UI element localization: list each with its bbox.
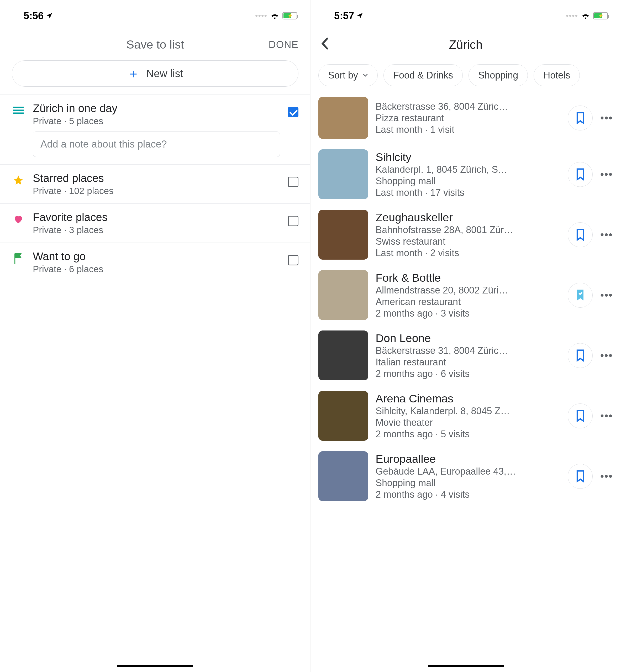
new-list-button[interactable]: ＋ New list <box>12 60 298 87</box>
place-info: Arena CinemasSihlcity, Kalanderpl. 8, 80… <box>376 392 561 440</box>
place-visit-info: Last month · 2 visits <box>376 248 561 259</box>
place-row[interactable]: Don LeoneBäckerstrasse 31, 8004 Züric…It… <box>310 325 621 386</box>
battery-icon: ⚡ <box>282 12 297 19</box>
bookmark-button[interactable] <box>568 343 593 368</box>
more-button[interactable]: ••• <box>600 112 613 124</box>
place-address: Sihlcity, Kalanderpl. 8, 8045 Z… <box>376 406 561 417</box>
bookmark-button[interactable] <box>568 404 593 428</box>
place-thumbnail <box>318 150 368 199</box>
list-title: Zürich in one day <box>33 102 280 115</box>
bookmark-button[interactable] <box>568 283 593 308</box>
checkbox[interactable] <box>288 177 298 187</box>
list-row-zurich[interactable]: Zürich in one day Private · 5 places Add… <box>0 95 310 165</box>
place-thumbnail <box>318 451 368 501</box>
place-address: Kalanderpl. 1, 8045 Zürich, S… <box>376 164 561 175</box>
heart-icon <box>12 213 25 226</box>
place-info: Fork & BottleAllmendstrasse 20, 8002 Zür… <box>376 271 561 319</box>
place-category: American restaurant <box>376 296 561 307</box>
list-subtitle: Private · 5 places <box>33 116 280 126</box>
checkbox[interactable] <box>288 255 298 265</box>
place-category: Movie theater <box>376 417 561 428</box>
status-indicators: •••• ⚡ <box>255 11 297 20</box>
filter-chip-food[interactable]: Food & Drinks <box>383 64 463 86</box>
place-info: EuropaalleeGebäude LAA, Europaallee 43,…… <box>376 453 561 500</box>
place-category: Swiss restaurant <box>376 236 561 247</box>
bookmark-button[interactable] <box>568 464 593 489</box>
place-row[interactable]: Fork & BottleAllmendstrasse 20, 8002 Zür… <box>310 265 621 325</box>
more-button[interactable]: ••• <box>600 169 613 180</box>
place-row[interactable]: SihlcityKalanderpl. 1, 8045 Zürich, S…Sh… <box>310 144 621 205</box>
checkbox-checked[interactable] <box>288 107 298 117</box>
sort-label: Sort by <box>328 70 358 81</box>
place-row[interactable]: ZeughauskellerBahnhofstrasse 28A, 8001 Z… <box>310 205 621 265</box>
place-thumbnail <box>318 210 368 260</box>
lists-container: Zürich in one day Private · 5 places Add… <box>0 94 310 282</box>
bookmark-outline-icon <box>575 410 586 422</box>
more-button[interactable]: ••• <box>600 289 613 301</box>
page-title: Zürich <box>449 38 483 52</box>
place-thumbnail <box>318 391 368 441</box>
place-info: Don LeoneBäckerstrasse 31, 8004 Züric…It… <box>376 332 561 379</box>
list-row-favorites[interactable]: Favorite places Private · 3 places <box>0 204 310 243</box>
place-info: ZeughauskellerBahnhofstrasse 28A, 8001 Z… <box>376 211 561 259</box>
header: Save to list DONE <box>0 29 310 60</box>
bookmark-outline-icon <box>575 349 586 362</box>
chevron-down-icon <box>363 74 368 77</box>
list-subtitle: Private · 6 places <box>33 264 280 274</box>
plus-icon: ＋ <box>127 65 140 82</box>
bookmark-outline-icon <box>575 228 586 241</box>
bookmark-outline-icon <box>575 112 586 124</box>
location-arrow-icon <box>46 12 53 19</box>
place-visit-info: Last month · 17 visits <box>376 187 561 198</box>
place-title: Fork & Bottle <box>376 271 561 284</box>
place-address: Bäckerstrasse 31, 8004 Züric… <box>376 345 561 356</box>
wifi-icon <box>581 12 590 19</box>
more-button[interactable]: ••• <box>600 470 613 482</box>
bookmark-outline-icon <box>575 470 586 482</box>
place-category: Pizza restaurant <box>376 113 561 124</box>
place-thumbnail <box>318 97 368 139</box>
place-row[interactable]: Bäckerstrasse 36, 8004 Züric…Pizza resta… <box>310 92 621 144</box>
list-row-starred[interactable]: Starred places Private · 102 places <box>0 165 310 204</box>
back-button[interactable] <box>321 38 328 52</box>
place-row[interactable]: Arena CinemasSihlcity, Kalanderpl. 8, 80… <box>310 386 621 446</box>
checkbox[interactable] <box>288 216 298 226</box>
battery-icon: ⚡ <box>593 12 608 19</box>
place-title: Europaallee <box>376 453 561 465</box>
filter-chip-shopping[interactable]: Shopping <box>468 64 528 86</box>
time-label: 5:56 <box>24 10 44 22</box>
zurich-places-screen: 5:57 •••• ⚡ Zürich Sort by Food & Drinks… <box>310 0 621 672</box>
header: Zürich <box>310 29 621 60</box>
place-visit-info: Last month · 1 visit <box>376 124 561 135</box>
wifi-icon <box>270 12 279 19</box>
done-button[interactable]: DONE <box>268 39 298 50</box>
list-title: Want to go <box>33 250 280 263</box>
home-indicator[interactable] <box>428 665 504 667</box>
more-button[interactable]: ••• <box>600 410 613 422</box>
place-category: Shopping mall <box>376 477 561 489</box>
more-button[interactable]: ••• <box>600 229 613 241</box>
bookmark-button[interactable] <box>568 106 593 130</box>
place-thumbnail <box>318 270 368 320</box>
places-list: Bäckerstrasse 36, 8004 Züric…Pizza resta… <box>310 92 621 506</box>
list-subtitle: Private · 102 places <box>33 185 280 196</box>
note-input[interactable]: Add a note about this place? <box>33 131 280 157</box>
bookmark-button[interactable] <box>568 222 593 247</box>
place-title: Don Leone <box>376 332 561 345</box>
place-row[interactable]: EuropaalleeGebäude LAA, Europaallee 43,…… <box>310 446 621 506</box>
list-row-want-to-go[interactable]: Want to go Private · 6 places <box>0 243 310 282</box>
home-indicator[interactable] <box>117 665 193 667</box>
location-arrow-icon <box>356 12 364 19</box>
sort-by-chip[interactable]: Sort by <box>318 64 378 86</box>
flag-icon <box>12 252 25 265</box>
place-visit-info: 2 months ago · 5 visits <box>376 429 561 440</box>
star-icon <box>12 173 25 186</box>
status-bar: 5:56 •••• ⚡ <box>0 0 310 29</box>
more-button[interactable]: ••• <box>600 350 613 362</box>
filter-chip-hotels[interactable]: Hotels <box>534 64 580 86</box>
place-visit-info: 2 months ago · 4 visits <box>376 489 561 500</box>
list-title: Starred places <box>33 172 280 184</box>
save-to-list-screen: 5:56 •••• ⚡ Save to list DONE ＋ New list <box>0 0 310 672</box>
bookmark-button[interactable] <box>568 162 593 187</box>
status-bar: 5:57 •••• ⚡ <box>310 0 621 29</box>
